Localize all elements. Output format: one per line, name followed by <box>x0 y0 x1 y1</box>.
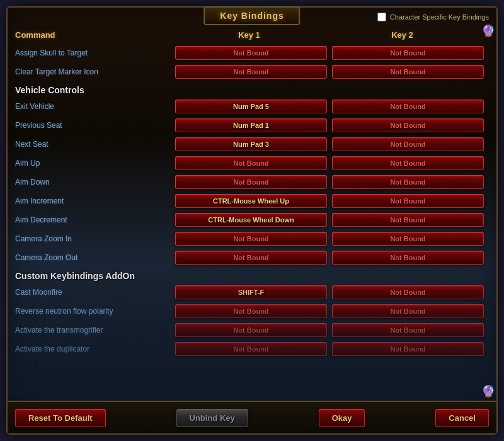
key1-button[interactable]: Not Bound <box>175 65 327 79</box>
binding-row: Aim DecrementCTRL-Mouse Wheel DownNot Bo… <box>13 210 489 229</box>
key2-button[interactable]: Not Bound <box>332 323 484 337</box>
key2-button[interactable]: Not Bound <box>332 137 484 151</box>
binding-row: Assign Skull to TargetNot BoundNot Bound <box>13 43 489 62</box>
cancel-button[interactable]: Cancel <box>435 409 489 427</box>
command-header: Command <box>15 30 173 40</box>
binding-row: Activate the transmogrifierNot BoundNot … <box>13 321 489 340</box>
command-label: Camera Zoom Out <box>15 253 173 262</box>
key1-button[interactable]: Not Bound <box>175 156 327 170</box>
okay-button[interactable]: Okay <box>319 409 365 427</box>
key1-button[interactable]: Not Bound <box>175 342 327 356</box>
command-label: Aim Down <box>15 178 173 186</box>
binding-row: Aim IncrementCTRL-Mouse Wheel UpNot Boun… <box>13 192 489 210</box>
command-label: Assign Skull to Target <box>15 49 173 57</box>
key2-button[interactable]: Not Bound <box>332 46 484 60</box>
command-label: Aim Decrement <box>15 215 173 224</box>
unbind-key-button[interactable]: Unbind Key <box>176 409 248 427</box>
key2-button[interactable]: Not Bound <box>332 251 484 265</box>
command-label: Aim Increment <box>15 197 173 205</box>
key1-button[interactable]: Num Pad 5 <box>175 100 327 113</box>
key2-button[interactable]: Not Bound <box>332 304 484 318</box>
command-label: Exit Vehicle <box>15 102 173 111</box>
content-area: Command Key 1 Key 2 Assign Skull to Targ… <box>8 25 496 413</box>
command-label: Cast Moonfire <box>15 288 173 297</box>
key2-header: Key 2 <box>326 30 479 40</box>
char-specific-checkbox[interactable] <box>377 13 386 21</box>
key2-button[interactable]: Not Bound <box>332 213 484 227</box>
command-label: Clear Target Marker Icon <box>15 67 173 76</box>
key1-button[interactable]: CTRL-Mouse Wheel Up <box>175 194 327 208</box>
scroll-top-icon: 🔮 <box>481 25 491 37</box>
binding-row: Exit VehicleNum Pad 5Not Bound <box>13 97 489 116</box>
key2-button[interactable]: Not Bound <box>332 232 484 246</box>
key2-button[interactable]: Not Bound <box>332 194 484 208</box>
binding-row: Activate the duplicatorNot BoundNot Boun… <box>13 340 489 358</box>
key2-button[interactable]: Not Bound <box>332 156 484 170</box>
key2-button[interactable]: Not Bound <box>332 118 484 132</box>
key1-button[interactable]: Not Bound <box>175 323 327 337</box>
bottom-bar: Reset To Default Unbind Key Okay Cancel <box>8 401 496 433</box>
key2-button[interactable]: Not Bound <box>332 175 484 189</box>
binding-row: Clear Target Marker IconNot BoundNot Bou… <box>13 62 489 81</box>
key1-button[interactable]: Num Pad 1 <box>175 118 327 132</box>
key2-button[interactable]: Not Bound <box>332 65 484 79</box>
keybindings-window: Key Bindings Character Specific Key Bind… <box>6 6 498 435</box>
key1-button[interactable]: CTRL-Mouse Wheel Down <box>175 213 327 227</box>
scroll-bottom-icon: 🔮 <box>481 386 491 397</box>
title-bar: Key Bindings <box>203 6 300 25</box>
column-headers: Command Key 1 Key 2 <box>13 28 491 42</box>
command-label: Camera Zoom In <box>15 234 173 243</box>
key1-button[interactable]: Not Bound <box>175 251 327 265</box>
reset-to-default-button[interactable]: Reset To Default <box>15 409 106 427</box>
key1-button[interactable]: SHIFT-F <box>175 285 327 299</box>
binding-row: Reverse neutron flow polarityNot BoundNo… <box>13 302 489 321</box>
binding-row: Cast MoonfireSHIFT-FNot Bound <box>13 283 489 302</box>
binding-row: Next SeatNum Pad 3Not Bound <box>13 135 489 154</box>
key2-button[interactable]: Not Bound <box>332 285 484 299</box>
binding-row: Aim UpNot BoundNot Bound <box>13 154 489 173</box>
command-label: Aim Up <box>15 159 173 168</box>
command-label: Activate the transmogrifier <box>15 326 173 335</box>
window-title: Key Bindings <box>220 11 284 21</box>
key1-button[interactable]: Not Bound <box>175 175 327 189</box>
binding-row: Camera Zoom InNot BoundNot Bound <box>13 229 489 248</box>
binding-row: Aim DownNot BoundNot Bound <box>13 173 489 192</box>
section-header-vehicle: Vehicle Controls <box>13 81 489 97</box>
key1-header: Key 1 <box>173 30 326 40</box>
bindings-scroll-area[interactable]: Assign Skull to TargetNot BoundNot Bound… <box>13 43 491 379</box>
binding-row: Previous SeatNum Pad 1Not Bound <box>13 116 489 135</box>
char-specific-label: Character Specific Key Bindings <box>390 13 489 21</box>
key2-button[interactable]: Not Bound <box>332 342 484 356</box>
command-label: Next Seat <box>15 140 173 149</box>
key1-button[interactable]: Not Bound <box>175 46 327 60</box>
key1-button[interactable]: Not Bound <box>175 304 327 318</box>
binding-row: Camera Zoom OutNot BoundNot Bound <box>13 248 489 267</box>
command-label: Reverse neutron flow polarity <box>15 307 173 316</box>
command-label: Previous Seat <box>15 121 173 130</box>
key2-button[interactable]: Not Bound <box>332 100 484 113</box>
section-header-custom: Custom Keybindings AddOn <box>13 267 489 283</box>
key1-button[interactable]: Not Bound <box>175 232 327 246</box>
char-specific-container: Character Specific Key Bindings <box>377 13 489 21</box>
command-label: Activate the duplicator <box>15 345 173 353</box>
key1-button[interactable]: Num Pad 3 <box>175 137 327 151</box>
